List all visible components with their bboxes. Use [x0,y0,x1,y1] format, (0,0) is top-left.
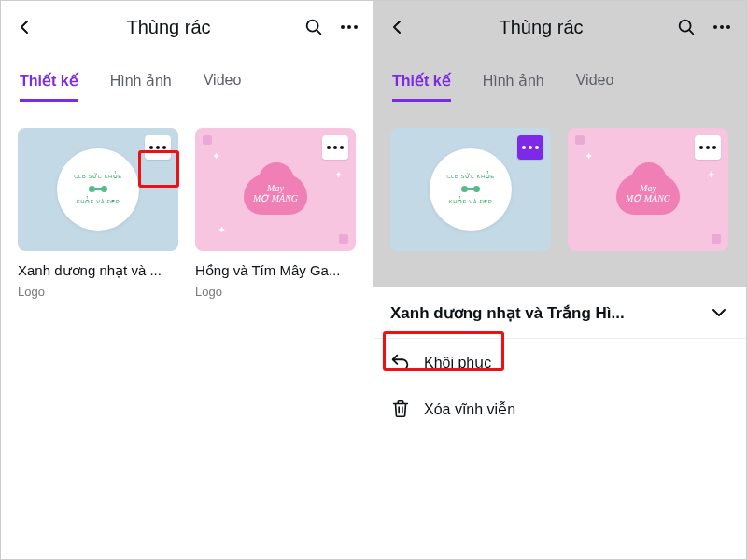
design-card[interactable]: ✦ ✦ ✦ MayMƠ MÀNG Hồng và Tím Mây Ga... L… [195,128,356,299]
thumbnail: ✦ ✦ MayMƠ MÀNG [568,128,728,251]
thumbnail: ✦ ✦ ✦ MayMƠ MÀNG [195,128,356,251]
logo-preview: CLB SỨC KHỎE KHỎE VÀ ĐẸP [430,148,512,231]
undo-icon [390,352,411,372]
logo-preview: CLB SỨC KHỎE KHỎE VÀ ĐẸP [57,148,139,231]
back-button[interactable] [387,17,407,37]
delete-label: Xóa vĩnh viễn [424,400,515,418]
card-more-button[interactable] [145,135,171,160]
card-more-button[interactable] [695,135,721,160]
svg-line-3 [689,30,693,34]
design-card[interactable]: ✦ ✦ MayMƠ MÀNG [568,128,728,251]
card-title: Xanh dương nhạt và ... [18,262,178,279]
restore-button[interactable]: Khôi phục [374,339,746,385]
design-card[interactable]: CLB SỨC KHỎE KHỎE VÀ ĐẸP Xanh dương nhạt… [18,128,178,299]
svg-line-1 [317,30,320,34]
tabs: Thiết kế Hình ảnh Video [1,72,374,102]
delete-forever-button[interactable]: Xóa vĩnh viễn [374,385,746,432]
tab-video[interactable]: Video [204,72,242,102]
tabs: Thiết kế Hình ảnh Video [374,72,746,102]
cloud-preview: MayMƠ MÀNG [231,157,320,222]
tab-design[interactable]: Thiết kế [20,72,78,102]
card-type: Logo [195,285,356,299]
card-title: Hồng và Tím Mây Ga... [195,262,356,279]
more-icon[interactable] [338,16,360,38]
cloud-preview: MayMƠ MÀNG [603,157,693,222]
tab-design[interactable]: Thiết kế [392,72,451,102]
card-more-button[interactable] [517,135,543,160]
card-more-button[interactable] [322,135,348,160]
page-title: Thùng rác [35,17,303,38]
more-icon[interactable] [711,16,733,38]
design-card[interactable]: CLB SỨC KHỎE KHỎE VÀ ĐẸP [390,128,551,251]
action-sheet: Xanh dương nhạt và Trắng Hì... Khôi phục… [374,287,746,559]
back-button[interactable] [14,17,35,37]
thumbnail: CLB SỨC KHỎE KHỎE VÀ ĐẸP [18,128,178,251]
trash-icon [390,399,411,419]
search-icon[interactable] [675,16,698,38]
search-icon[interactable] [303,16,325,38]
tab-images[interactable]: Hình ảnh [110,72,172,102]
sheet-title: Xanh dương nhạt và Trắng Hì... [390,303,709,323]
tab-images[interactable]: Hình ảnh [483,72,544,102]
tab-video[interactable]: Video [576,72,614,102]
restore-label: Khôi phục [424,354,491,371]
thumbnail: CLB SỨC KHỎE KHỎE VÀ ĐẸP [390,128,551,251]
collapse-icon[interactable] [709,302,729,323]
page-title: Thùng rác [407,17,675,38]
card-type: Logo [18,285,178,299]
